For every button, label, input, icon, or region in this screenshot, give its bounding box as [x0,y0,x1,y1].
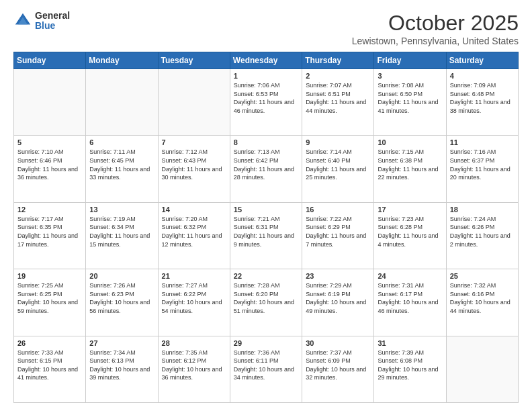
logo-icon [13,11,32,30]
day-info: Sunrise: 7:36 AM Sunset: 6:11 PM Dayligh… [234,349,298,382]
day-number: 10 [378,138,442,146]
day-number: 26 [17,339,82,347]
day-number: 17 [378,205,442,214]
location: Lewistown, Pennsylvania, United States [352,36,519,46]
day-number: 31 [378,339,442,347]
day-cell-0-1 [86,69,158,136]
day-number: 14 [162,205,226,214]
day-cell-3-0: 19Sunrise: 7:25 AM Sunset: 6:25 PM Dayli… [14,269,86,336]
day-cell-2-0: 12Sunrise: 7:17 AM Sunset: 6:35 PM Dayli… [14,202,86,269]
week-row-2: 5Sunrise: 7:10 AM Sunset: 6:46 PM Daylig… [14,136,519,202]
day-number: 2 [306,72,370,80]
day-number: 13 [89,205,154,214]
day-info: Sunrise: 7:26 AM Sunset: 6:23 PM Dayligh… [89,281,154,315]
header: General Blue October 2025 Lewistown, Pen… [13,11,519,46]
day-number: 18 [450,205,515,214]
day-cell-1-2: 7Sunrise: 7:12 AM Sunset: 6:43 PM Daylig… [158,136,230,202]
day-info: Sunrise: 7:17 AM Sunset: 6:35 PM Dayligh… [17,215,82,248]
day-info: Sunrise: 7:24 AM Sunset: 6:26 PM Dayligh… [450,215,515,248]
day-info: Sunrise: 7:20 AM Sunset: 6:32 PM Dayligh… [162,215,226,248]
day-info: Sunrise: 7:31 AM Sunset: 6:17 PM Dayligh… [378,281,442,315]
day-info: Sunrise: 7:33 AM Sunset: 6:15 PM Dayligh… [17,349,82,382]
day-number: 28 [162,339,226,347]
header-sunday: Sunday [14,52,86,69]
logo-general: General [35,11,70,21]
day-cell-0-4: 2Sunrise: 7:07 AM Sunset: 6:51 PM Daylig… [302,69,374,136]
day-number: 19 [17,272,82,280]
day-number: 27 [89,339,154,347]
day-cell-4-1: 27Sunrise: 7:34 AM Sunset: 6:13 PM Dayli… [86,336,158,402]
header-tuesday: Tuesday [158,52,230,69]
day-cell-3-6: 25Sunrise: 7:32 AM Sunset: 6:16 PM Dayli… [446,269,518,336]
day-cell-1-4: 9Sunrise: 7:14 AM Sunset: 6:40 PM Daylig… [302,136,374,202]
day-info: Sunrise: 7:19 AM Sunset: 6:34 PM Dayligh… [89,215,154,248]
month-title: October 2025 [352,11,519,36]
day-cell-3-1: 20Sunrise: 7:26 AM Sunset: 6:23 PM Dayli… [86,269,158,336]
day-info: Sunrise: 7:12 AM Sunset: 6:43 PM Dayligh… [162,148,226,181]
day-number: 25 [450,272,515,280]
weekday-header-row: Sunday Monday Tuesday Wednesday Thursday… [14,52,519,69]
day-number: 5 [17,138,82,146]
day-cell-4-4: 30Sunrise: 7:37 AM Sunset: 6:09 PM Dayli… [302,336,374,402]
day-info: Sunrise: 7:25 AM Sunset: 6:25 PM Dayligh… [17,281,82,315]
day-number: 3 [378,72,442,80]
day-info: Sunrise: 7:09 AM Sunset: 6:48 PM Dayligh… [450,81,515,115]
day-number: 1 [234,72,298,80]
day-info: Sunrise: 7:27 AM Sunset: 6:22 PM Dayligh… [162,281,226,315]
day-number: 21 [162,272,226,280]
day-info: Sunrise: 7:11 AM Sunset: 6:45 PM Dayligh… [89,148,154,181]
day-cell-2-2: 14Sunrise: 7:20 AM Sunset: 6:32 PM Dayli… [158,202,230,269]
day-info: Sunrise: 7:14 AM Sunset: 6:40 PM Dayligh… [306,148,370,181]
week-row-4: 19Sunrise: 7:25 AM Sunset: 6:25 PM Dayli… [14,269,519,336]
day-info: Sunrise: 7:39 AM Sunset: 6:08 PM Dayligh… [378,349,442,382]
week-row-1: 1Sunrise: 7:06 AM Sunset: 6:53 PM Daylig… [14,69,519,136]
calendar-table: Sunday Monday Tuesday Wednesday Thursday… [13,52,519,403]
week-row-5: 26Sunrise: 7:33 AM Sunset: 6:15 PM Dayli… [14,336,519,402]
day-number: 12 [17,205,82,214]
day-info: Sunrise: 7:23 AM Sunset: 6:28 PM Dayligh… [378,215,442,248]
day-number: 23 [306,272,370,280]
header-thursday: Thursday [302,52,374,69]
day-number: 7 [162,138,226,146]
day-cell-3-5: 24Sunrise: 7:31 AM Sunset: 6:17 PM Dayli… [374,269,446,336]
day-cell-4-5: 31Sunrise: 7:39 AM Sunset: 6:08 PM Dayli… [374,336,446,402]
day-info: Sunrise: 7:15 AM Sunset: 6:38 PM Dayligh… [378,148,442,181]
day-info: Sunrise: 7:29 AM Sunset: 6:19 PM Dayligh… [306,281,370,315]
day-cell-3-2: 21Sunrise: 7:27 AM Sunset: 6:22 PM Dayli… [158,269,230,336]
day-cell-0-6: 4Sunrise: 7:09 AM Sunset: 6:48 PM Daylig… [446,69,518,136]
header-saturday: Saturday [446,52,518,69]
day-cell-1-1: 6Sunrise: 7:11 AM Sunset: 6:45 PM Daylig… [86,136,158,202]
day-cell-0-3: 1Sunrise: 7:06 AM Sunset: 6:53 PM Daylig… [230,69,302,136]
day-cell-2-3: 15Sunrise: 7:21 AM Sunset: 6:31 PM Dayli… [230,202,302,269]
day-info: Sunrise: 7:32 AM Sunset: 6:16 PM Dayligh… [450,281,515,315]
day-info: Sunrise: 7:08 AM Sunset: 6:50 PM Dayligh… [378,81,442,115]
day-cell-1-6: 11Sunrise: 7:16 AM Sunset: 6:37 PM Dayli… [446,136,518,202]
day-cell-4-6 [446,336,518,402]
logo-blue: Blue [35,21,70,31]
day-cell-2-6: 18Sunrise: 7:24 AM Sunset: 6:26 PM Dayli… [446,202,518,269]
day-info: Sunrise: 7:35 AM Sunset: 6:12 PM Dayligh… [162,349,226,382]
day-cell-3-4: 23Sunrise: 7:29 AM Sunset: 6:19 PM Dayli… [302,269,374,336]
day-cell-1-0: 5Sunrise: 7:10 AM Sunset: 6:46 PM Daylig… [14,136,86,202]
day-cell-4-0: 26Sunrise: 7:33 AM Sunset: 6:15 PM Dayli… [14,336,86,402]
day-cell-2-4: 16Sunrise: 7:22 AM Sunset: 6:29 PM Dayli… [302,202,374,269]
day-cell-4-2: 28Sunrise: 7:35 AM Sunset: 6:12 PM Dayli… [158,336,230,402]
day-cell-1-3: 8Sunrise: 7:13 AM Sunset: 6:42 PM Daylig… [230,136,302,202]
day-number: 9 [306,138,370,146]
day-info: Sunrise: 7:06 AM Sunset: 6:53 PM Dayligh… [234,81,298,115]
day-info: Sunrise: 7:10 AM Sunset: 6:46 PM Dayligh… [17,148,82,181]
day-number: 6 [89,138,154,146]
day-number: 16 [306,205,370,214]
day-number: 29 [234,339,298,347]
day-number: 4 [450,72,515,80]
page: General Blue October 2025 Lewistown, Pen… [0,0,532,411]
logo-text: General Blue [35,11,70,32]
day-number: 22 [234,272,298,280]
day-cell-2-1: 13Sunrise: 7:19 AM Sunset: 6:34 PM Dayli… [86,202,158,269]
day-info: Sunrise: 7:13 AM Sunset: 6:42 PM Dayligh… [234,148,298,181]
day-info: Sunrise: 7:07 AM Sunset: 6:51 PM Dayligh… [306,81,370,115]
day-info: Sunrise: 7:28 AM Sunset: 6:20 PM Dayligh… [234,281,298,315]
logo: General Blue [13,11,70,32]
day-cell-1-5: 10Sunrise: 7:15 AM Sunset: 6:38 PM Dayli… [374,136,446,202]
day-cell-4-3: 29Sunrise: 7:36 AM Sunset: 6:11 PM Dayli… [230,336,302,402]
